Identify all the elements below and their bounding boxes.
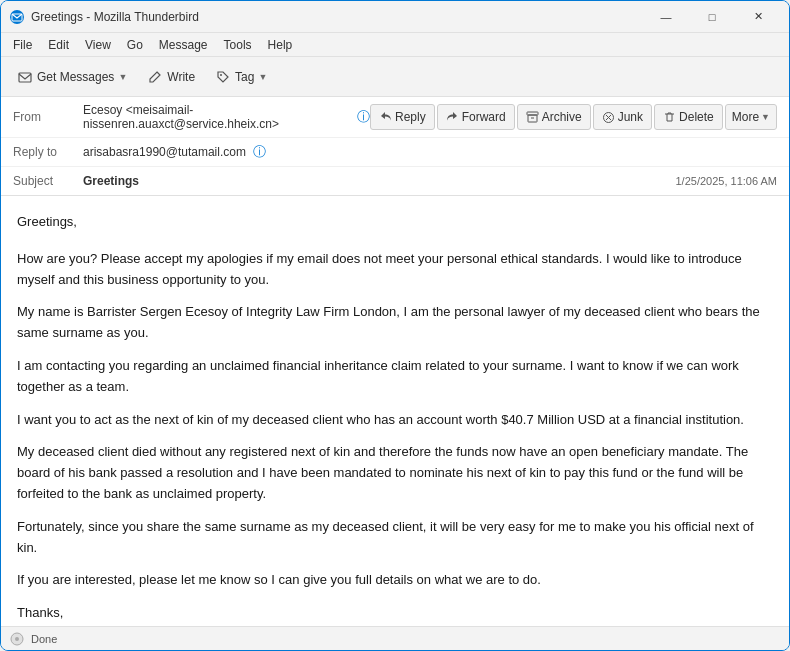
menu-view[interactable]: View [77,36,119,54]
menu-message[interactable]: Message [151,36,216,54]
from-label: From [13,110,83,124]
from-value: Ecesoy <meisaimail-nissenren.auaxct@serv… [83,103,370,131]
maximize-button[interactable]: □ [689,1,735,33]
tag-icon [215,69,231,85]
from-row: From Ecesoy <meisaimail-nissenren.auaxct… [1,97,789,138]
reply-to-value: arisabasra1990@tutamail.com ⓘ [83,143,777,161]
archive-icon [526,111,539,124]
email-paragraph-2: My name is Barrister Sergen Ecesoy of In… [17,302,773,344]
junk-icon [602,111,615,124]
delete-label: Delete [679,110,714,124]
get-messages-icon [17,69,33,85]
tag-button[interactable]: Tag ▼ [207,62,275,92]
thanks-line: Thanks, [17,605,63,620]
email-thanks: Thanks, Best Regards, Barrister Sergen E… [17,603,773,626]
email-date: 1/25/2025, 11:06 AM [675,175,777,187]
menu-help[interactable]: Help [260,36,301,54]
reply-button[interactable]: Reply [370,104,435,130]
more-button[interactable]: More ▼ [725,104,777,130]
svg-point-3 [220,74,222,76]
window-controls: — □ ✕ [643,1,781,33]
email-paragraph-6: Fortunately, since you share the same su… [17,517,773,559]
reply-to-row: Reply to arisabasra1990@tutamail.com ⓘ [1,138,789,167]
forward-label: Forward [462,110,506,124]
more-label: More [732,110,759,124]
tag-arrow[interactable]: ▼ [258,72,267,82]
svg-point-8 [15,637,19,641]
menu-edit[interactable]: Edit [40,36,77,54]
reply-to-label: Reply to [13,145,83,159]
email-paragraph-3: I am contacting you regarding an unclaim… [17,356,773,398]
main-window: Greetings - Mozilla Thunderbird — □ ✕ Fi… [0,0,790,651]
title-bar: Greetings - Mozilla Thunderbird — □ ✕ [1,1,789,33]
archive-button[interactable]: Archive [517,104,591,130]
email-greeting: Greetings, [17,212,773,233]
minimize-button[interactable]: — [643,1,689,33]
status-bar: Done [1,626,789,650]
subject-value: Greetings [83,174,667,188]
reply-to-info-icon: ⓘ [253,144,266,159]
get-messages-arrow[interactable]: ▼ [118,72,127,82]
close-button[interactable]: ✕ [735,1,781,33]
junk-label: Junk [618,110,643,124]
sender-text: Ecesoy <meisaimail-nissenren.auaxct@serv… [83,103,353,131]
get-messages-button[interactable]: Get Messages ▼ [9,62,135,92]
email-header: From Ecesoy <meisaimail-nissenren.auaxct… [1,97,789,196]
delete-icon [663,111,676,124]
email-paragraph-1: How are you? Please accept my apologies … [17,249,773,291]
sender-info-icon: ⓘ [357,108,370,126]
archive-label: Archive [542,110,582,124]
reply-label: Reply [395,110,426,124]
write-button[interactable]: Write [139,62,203,92]
action-buttons: Reply Forward Archive [370,104,777,130]
email-body: Greetings, How are you? Please accept my… [1,196,789,626]
app-icon [9,9,25,25]
subject-label: Subject [13,174,83,188]
write-icon [147,69,163,85]
junk-button[interactable]: Junk [593,104,652,130]
status-icon [9,631,25,647]
menu-go[interactable]: Go [119,36,151,54]
get-messages-label: Get Messages [37,70,114,84]
more-arrow: ▼ [761,112,770,122]
svg-rect-2 [19,73,31,82]
tag-label: Tag [235,70,254,84]
write-label: Write [167,70,195,84]
forward-button[interactable]: Forward [437,104,515,130]
email-paragraph-4: I want you to act as the next of kin of … [17,410,773,431]
menu-tools[interactable]: Tools [216,36,260,54]
email-paragraph-7: If you are interested, please let me kno… [17,570,773,591]
reply-icon [379,111,392,124]
delete-button[interactable]: Delete [654,104,723,130]
menu-bar: File Edit View Go Message Tools Help [1,33,789,57]
reply-to-address: arisabasra1990@tutamail.com [83,145,246,159]
main-toolbar: Get Messages ▼ Write Tag ▼ [1,57,789,97]
forward-icon [446,111,459,124]
subject-row: Subject Greetings 1/25/2025, 11:06 AM [1,167,789,195]
menu-file[interactable]: File [5,36,40,54]
email-paragraph-5: My deceased client died without any regi… [17,442,773,504]
window-title: Greetings - Mozilla Thunderbird [31,10,643,24]
status-text: Done [31,633,57,645]
